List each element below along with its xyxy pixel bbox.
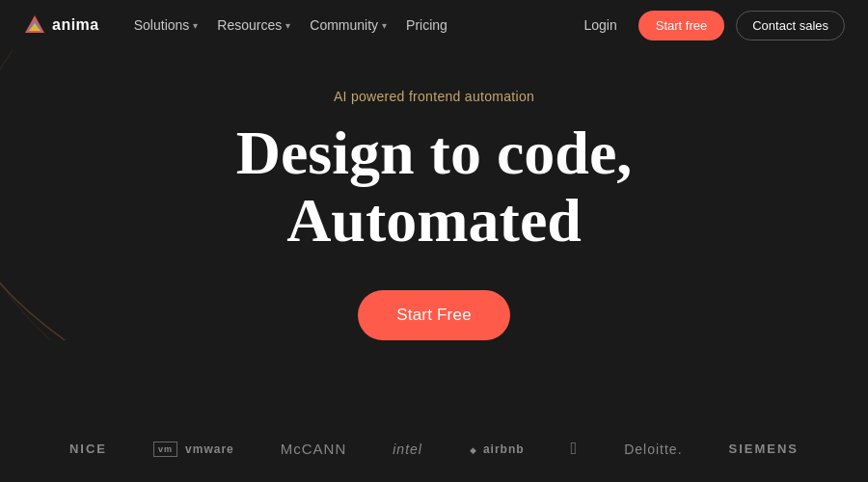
login-button[interactable]: Login	[575, 12, 627, 39]
logo-mccann: McCANN	[281, 441, 347, 457]
logo-apple: 	[571, 439, 579, 459]
vmware-text: vmware	[185, 442, 234, 456]
logo-intel: intel	[393, 442, 422, 457]
hero-subtitle: AI powered frontend automation	[334, 89, 534, 104]
logo-siemens: SIEMENS	[729, 442, 800, 456]
navbar-left: anima Solutions ▾ Resources ▾ Community …	[23, 12, 455, 39]
chevron-down-icon: ▾	[382, 20, 387, 31]
logo[interactable]: anima	[23, 13, 99, 37]
logo-deloitte: Deloitte.	[624, 442, 682, 457]
vmware-box-icon: vm	[153, 442, 177, 457]
nice-text: NICE	[69, 442, 107, 456]
anima-logo-icon	[23, 13, 46, 37]
siemens-text: SIEMENS	[729, 442, 800, 456]
logo-text: anima	[52, 16, 99, 34]
logo-vmware: vm vmware	[153, 442, 234, 457]
nav-community-label: Community	[310, 17, 378, 33]
navbar: anima Solutions ▾ Resources ▾ Community …	[0, 0, 868, 50]
nav-item-pricing[interactable]: Pricing	[398, 12, 455, 39]
nav-pricing-label: Pricing	[406, 17, 448, 33]
airbnb-icon: ⬥	[469, 442, 477, 457]
airbnb-text: airbnb	[483, 442, 525, 456]
hero-section: AI powered frontend automation Design to…	[0, 50, 868, 340]
hero-title: Design to code, Automated	[236, 120, 633, 255]
nav-item-community[interactable]: Community ▾	[302, 12, 394, 39]
chevron-down-icon: ▾	[193, 20, 198, 31]
nav-solutions-label: Solutions	[134, 17, 190, 33]
hero-title-line2: Automated	[286, 186, 582, 254]
nav-item-resources[interactable]: Resources ▾	[209, 12, 298, 39]
bg-arc-decoration	[0, 50, 231, 340]
apple-icon: 	[571, 439, 579, 459]
nav-links: Solutions ▾ Resources ▾ Community ▾ Pric…	[126, 12, 455, 39]
hero-title-line1: Design to code,	[236, 119, 633, 187]
mccann-text: McCANN	[281, 441, 347, 457]
contact-sales-button[interactable]: Contact sales	[736, 11, 845, 40]
start-free-nav-button[interactable]: Start free	[638, 11, 724, 40]
nav-item-solutions[interactable]: Solutions ▾	[126, 12, 206, 39]
intel-text: intel	[393, 442, 422, 457]
navbar-right: Login Start free Contact sales	[575, 11, 846, 40]
logo-nice: NICE	[69, 442, 107, 456]
nav-resources-label: Resources	[217, 17, 282, 33]
deloitte-text: Deloitte.	[624, 442, 682, 457]
logo-airbnb: ⬥ airbnb	[469, 442, 525, 457]
start-free-hero-button[interactable]: Start Free	[358, 290, 510, 340]
logos-section: NICE vm vmware McCANN intel ⬥ airbnb  D…	[0, 415, 868, 482]
chevron-down-icon: ▾	[285, 20, 290, 31]
